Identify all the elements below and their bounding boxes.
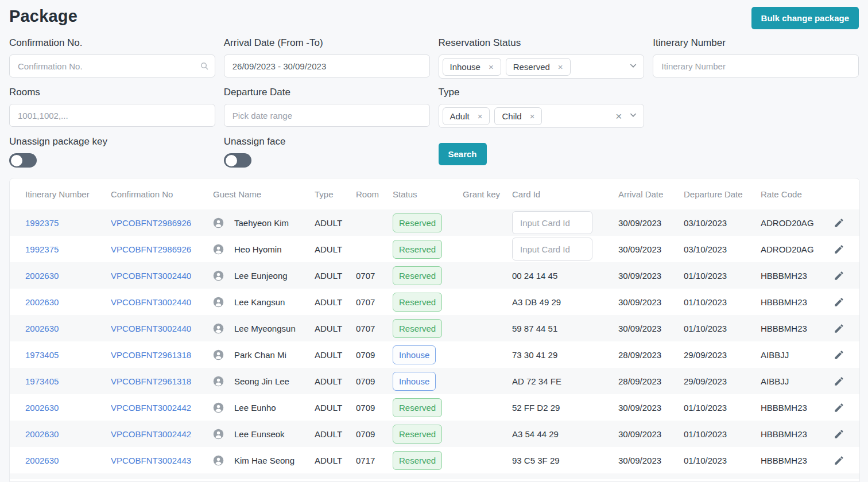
arrival-date: 30/09/2023 (618, 315, 684, 341)
reservation-status-select[interactable]: Inhouse×Reserved× (439, 55, 645, 79)
rate-code: ADROD20AG (761, 236, 831, 262)
arrival-date-input[interactable] (224, 55, 430, 77)
rooms-input[interactable] (9, 104, 215, 127)
card-id-cell: 93 C5 3F 29 (512, 447, 618, 473)
chip-remove-icon[interactable]: × (558, 62, 563, 72)
grant-key-cell (463, 421, 512, 447)
status-badge: Inhouse (393, 372, 436, 391)
edit-icon[interactable] (831, 321, 847, 336)
chip-remove-icon[interactable]: × (489, 62, 494, 72)
itinerary-number-link[interactable]: 1973405 (25, 376, 59, 386)
guest-type: ADULT (315, 421, 356, 447)
itinerary-number-link[interactable]: 2002630 (25, 297, 59, 307)
col-arrival-date: Arrival Date (618, 178, 684, 209)
itinerary-number-link[interactable]: 2002630 (25, 456, 59, 465)
unassign-package-key-toggle[interactable] (9, 153, 37, 168)
edit-icon[interactable] (831, 426, 847, 442)
itinerary-number-link[interactable]: 1973405 (25, 350, 59, 360)
col-card-id: Card Id (512, 178, 618, 209)
partial-next-row (10, 473, 859, 479)
guest-type: ADULT (315, 315, 356, 341)
card-id-cell: 00 24 14 45 (512, 262, 618, 289)
confirmation-no-link[interactable]: VPCOBFNT2986926 (111, 244, 191, 254)
confirmation-no-link[interactable]: VPCOBFNT3002440 (111, 271, 191, 281)
rooms-label: Rooms (9, 87, 215, 98)
face-registered-icon (213, 217, 224, 228)
itinerary-number-link[interactable]: 1992375 (25, 218, 59, 228)
arrival-date: 28/09/2023 (618, 341, 684, 368)
confirmation-no-link[interactable]: VPCOBFNT2961318 (111, 350, 191, 360)
confirmation-no-link[interactable]: VPCOBFNT3002442 (111, 429, 191, 439)
rate-code: HBBBMH23 (761, 421, 831, 447)
status-badge: Reserved (393, 293, 442, 312)
itinerary-number-link[interactable]: 1992375 (25, 244, 59, 254)
face-registered-icon (213, 376, 224, 387)
face-registered-icon (213, 297, 224, 308)
confirmation-no-link[interactable]: VPCOBFNT3002443 (111, 456, 191, 465)
edit-icon[interactable] (831, 294, 847, 310)
filter-chip: Child× (494, 107, 542, 125)
arrival-date: 30/09/2023 (618, 421, 684, 447)
departure-date: 01/10/2023 (684, 262, 761, 289)
type-select[interactable]: Adult×Child× × (439, 104, 645, 128)
chip-remove-icon[interactable]: × (478, 111, 483, 121)
itinerary-number-link[interactable]: 2002630 (25, 324, 59, 333)
guest-name: Kim Hae Seong (234, 447, 315, 473)
chip-label: Child (502, 111, 521, 121)
search-button[interactable]: Search (439, 143, 487, 165)
confirmation-no-link[interactable]: VPCOBFNT2961318 (111, 376, 191, 386)
edit-icon[interactable] (831, 400, 847, 415)
card-id-cell: 59 87 44 51 (512, 315, 618, 341)
guest-type: ADULT (315, 289, 356, 315)
room-number: 0707 (356, 262, 393, 289)
confirmation-no-link[interactable]: VPCOBFNT3002442 (111, 403, 191, 413)
guest-name: Lee Eunseok (234, 421, 315, 447)
filter-chip: Adult× (443, 107, 490, 125)
itinerary-number-link[interactable]: 2002630 (25, 271, 59, 281)
edit-icon[interactable] (831, 374, 847, 389)
departure-date: 29/09/2023 (684, 341, 761, 368)
edit-icon[interactable] (831, 347, 847, 363)
grant-key-cell (463, 262, 512, 289)
guest-type: ADULT (315, 236, 356, 262)
guest-type: ADULT (315, 394, 356, 421)
results-table-card: Itinerary Number Confirmation No Guest N… (9, 178, 860, 482)
edit-icon[interactable] (831, 453, 847, 468)
confirmation-no-link[interactable]: VPCOBFNT2986926 (111, 218, 191, 228)
col-actions (831, 178, 859, 209)
filter-reservation-status: Reservation Status Inhouse×Reserved× (439, 37, 645, 79)
filter-arrival-date: Arrival Date (From -To) (224, 37, 430, 79)
departure-date: 03/10/2023 (684, 209, 761, 236)
confirmation-no-link[interactable]: VPCOBFNT3002440 (111, 297, 191, 307)
confirmation-no-input[interactable] (9, 55, 215, 77)
table-header-row: Itinerary Number Confirmation No Guest N… (10, 178, 859, 209)
bulk-change-package-button[interactable]: Bulk change package (751, 7, 859, 29)
status-badge: Reserved (393, 319, 442, 338)
edit-icon[interactable] (831, 242, 847, 257)
page-header: Package Bulk change package (9, 0, 859, 29)
unassign-face-toggle[interactable] (224, 153, 251, 168)
departure-date: 01/10/2023 (684, 421, 761, 447)
itinerary-number-label: Itinerary Number (653, 37, 859, 49)
edit-icon[interactable] (831, 215, 847, 231)
chevron-down-icon[interactable] (629, 110, 638, 122)
card-id-input[interactable] (512, 211, 592, 234)
chevron-down-icon[interactable] (629, 61, 638, 72)
departure-date-input[interactable] (224, 104, 430, 127)
itinerary-number-link[interactable]: 2002630 (25, 429, 59, 439)
confirmation-no-link[interactable]: VPCOBFNT3002440 (111, 324, 191, 333)
arrival-date: 30/09/2023 (618, 394, 684, 421)
col-type: Type (315, 178, 356, 209)
filter-type: Type Adult×Child× × (439, 79, 645, 128)
clear-selection-icon[interactable]: × (615, 111, 622, 122)
face-registered-icon (213, 270, 224, 281)
status-badge: Reserved (393, 451, 442, 470)
itinerary-number-link[interactable]: 2002630 (25, 403, 59, 413)
room-number: 0709 (356, 394, 393, 421)
chip-remove-icon[interactable]: × (530, 111, 535, 121)
edit-icon[interactable] (831, 268, 847, 283)
itinerary-number-input[interactable] (653, 55, 859, 77)
package-table: Itinerary Number Confirmation No Guest N… (10, 178, 859, 473)
col-departure-date: Departure Date (684, 178, 761, 209)
card-id-input[interactable] (512, 238, 592, 261)
